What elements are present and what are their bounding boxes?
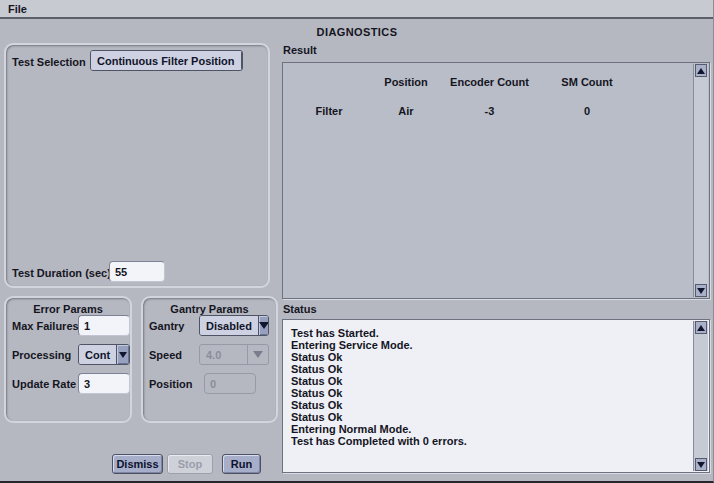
status-line: Entering Service Mode. (291, 339, 691, 351)
gantry-value: Disabled (200, 316, 258, 335)
speed-combo: 4.0 (199, 344, 269, 365)
status-line: Test has Completed with 0 errors. (291, 435, 691, 447)
menu-bar: File (0, 0, 714, 19)
dismiss-button[interactable]: Dismiss (112, 454, 163, 474)
diagnostics-window: File DIAGNOSTICS Test Selection Continuo… (0, 0, 714, 483)
test-duration-label: Test Duration (sec) (12, 267, 111, 279)
status-log: Test has Started.Entering Service Mode.S… (291, 327, 691, 447)
status-line: Status Ok (291, 363, 691, 375)
processing-value: Cont (79, 345, 116, 364)
status-panel: Test has Started.Entering Service Mode.S… (282, 319, 710, 473)
result-scrollbar[interactable] (693, 64, 708, 297)
menu-file[interactable]: File (8, 3, 27, 15)
update-rate-input[interactable] (78, 373, 130, 394)
gantry-combo[interactable]: Disabled (199, 315, 269, 336)
processing-combo[interactable]: Cont (78, 344, 130, 365)
chevron-down-icon (258, 316, 269, 335)
result-table: PositionEncoder CountSM Count FilterAir-… (283, 76, 693, 134)
speed-label: Speed (149, 349, 182, 361)
chevron-down-icon (241, 51, 244, 70)
scroll-down-icon[interactable] (695, 458, 707, 471)
chevron-down-icon (116, 345, 129, 364)
result-cell: -3 (437, 105, 542, 117)
status-line: Status Ok (291, 375, 691, 387)
stop-button: Stop (167, 454, 213, 474)
result-cell: Air (375, 105, 437, 117)
result-body: FilterAir-30 (283, 105, 693, 117)
result-cell: 0 (542, 105, 632, 117)
result-panel: PositionEncoder CountSM Count FilterAir-… (282, 62, 710, 299)
scroll-down-icon[interactable] (695, 284, 707, 297)
result-cell: Filter (283, 105, 375, 117)
page-title: DIAGNOSTICS (0, 26, 714, 38)
max-failures-input[interactable] (78, 315, 130, 336)
status-line: Status Ok (291, 411, 691, 423)
test-selection-value: Continuous Filter Position (91, 51, 241, 70)
status-line: Status Ok (291, 351, 691, 363)
processing-label: Processing (12, 349, 71, 361)
update-rate-label: Update Rate (12, 378, 76, 390)
result-col-header: SM Count (542, 76, 632, 88)
chevron-down-icon (247, 345, 268, 364)
result-col-header: Encoder Count (437, 76, 542, 88)
result-col-header: Position (375, 76, 437, 88)
gantry-params-title: Gantry Params (143, 303, 276, 315)
max-failures-label: Max Failures (12, 320, 79, 332)
status-line: Status Ok (291, 387, 691, 399)
result-label: Result (283, 44, 317, 56)
position-input (204, 373, 256, 394)
status-line: Status Ok (291, 399, 691, 411)
scroll-up-icon[interactable] (695, 321, 707, 334)
scroll-up-icon[interactable] (695, 64, 707, 77)
status-line: Entering Normal Mode. (291, 423, 691, 435)
test-selection-label: Test Selection (12, 56, 86, 68)
result-header-row: PositionEncoder CountSM Count (283, 76, 693, 88)
result-row: FilterAir-30 (283, 105, 693, 117)
test-selection-panel: Test Selection Continuous Filter Positio… (4, 43, 270, 288)
status-scrollbar[interactable] (693, 321, 708, 471)
gantry-label: Gantry (149, 320, 184, 332)
result-col-header (283, 76, 375, 88)
error-params-title: Error Params (6, 303, 130, 315)
test-selection-combo[interactable]: Continuous Filter Position (90, 50, 243, 71)
gantry-params-panel: Gantry Params Gantry Disabled Speed 4.0 … (141, 296, 278, 423)
position-label: Position (149, 378, 192, 390)
run-button[interactable]: Run (222, 454, 261, 474)
speed-value: 4.0 (200, 345, 247, 364)
status-label: Status (283, 303, 317, 315)
error-params-panel: Error Params Max Failures Processing Con… (4, 296, 132, 423)
test-duration-input[interactable] (109, 261, 165, 282)
status-line: Test has Started. (291, 327, 691, 339)
